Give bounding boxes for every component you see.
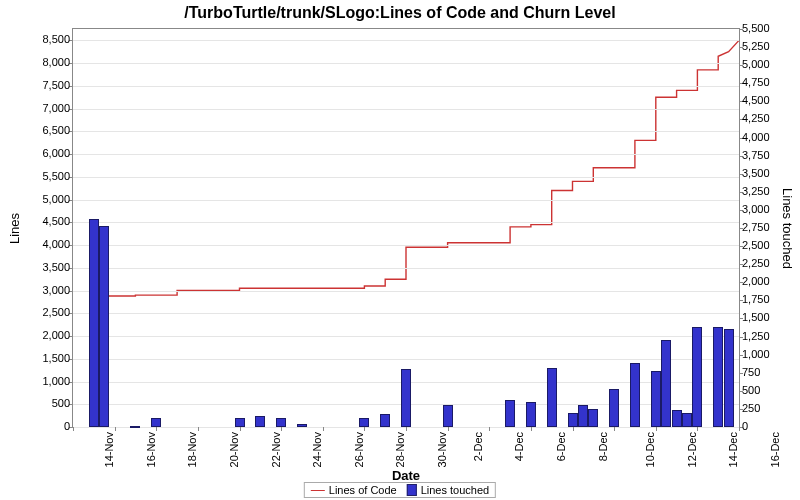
y-right-tick: 3,500 (742, 167, 790, 179)
x-tick: 20-Nov (228, 432, 240, 467)
y-right-tick: 2,750 (742, 221, 790, 233)
y-right-tick: 750 (742, 366, 790, 378)
bar (276, 418, 286, 427)
bar (297, 424, 307, 427)
x-tick: 16-Dec (769, 432, 781, 467)
bar (359, 418, 369, 427)
y-right-tick: 1,000 (742, 348, 790, 360)
x-tick: 26-Nov (353, 432, 365, 467)
bar (588, 409, 598, 427)
y-right-tick: 1,500 (742, 311, 790, 323)
bar (682, 413, 692, 427)
y-left-tick: 1,000 (26, 375, 70, 387)
bar (151, 418, 161, 427)
bar (692, 327, 702, 427)
y-right-tick: 3,750 (742, 149, 790, 161)
legend-label: Lines touched (421, 484, 490, 496)
legend-item-lines-touched: Lines touched (407, 484, 490, 496)
x-tick: 2-Dec (472, 432, 484, 461)
y-left-tick: 4,000 (26, 238, 70, 250)
x-tick: 24-Nov (312, 432, 324, 467)
legend: Lines of Code Lines touched (304, 482, 496, 498)
y-left-tick: 7,000 (26, 102, 70, 114)
y-right-tick: 4,750 (742, 76, 790, 88)
x-tick: 10-Dec (645, 432, 657, 467)
y-left-tick: 500 (26, 397, 70, 409)
y-left-tick: 6,500 (26, 124, 70, 136)
x-tick: 14-Dec (728, 432, 740, 467)
y-left-tick: 1,500 (26, 352, 70, 364)
bar (255, 416, 265, 427)
y-right-tick: 4,250 (742, 112, 790, 124)
y-right-tick: 5,250 (742, 40, 790, 52)
y-left-tick: 3,000 (26, 284, 70, 296)
bar (99, 226, 109, 427)
y-left-tick: 7,500 (26, 79, 70, 91)
y-right-tick: 3,000 (742, 203, 790, 215)
y-right-tick: 5,500 (742, 22, 790, 34)
y-right-tick: 4,000 (742, 131, 790, 143)
x-tick: 28-Nov (395, 432, 407, 467)
y-left-tick: 3,500 (26, 261, 70, 273)
y-right-tick: 4,500 (742, 94, 790, 106)
bar (547, 368, 557, 427)
x-tick: 22-Nov (270, 432, 282, 467)
y-right-tick: 1,750 (742, 293, 790, 305)
bar (443, 405, 453, 427)
y-left-tick: 8,500 (26, 33, 70, 45)
bar (578, 405, 588, 427)
y-left-tick: 6,000 (26, 147, 70, 159)
y-right-tick: 2,500 (742, 239, 790, 251)
plot-area (72, 28, 740, 428)
legend-label: Lines of Code (329, 484, 397, 496)
y-right-tick: 250 (742, 402, 790, 414)
bar (130, 426, 140, 428)
x-tick: 30-Nov (436, 432, 448, 467)
bar (661, 340, 671, 427)
bar (609, 389, 619, 427)
y-left-tick: 2,500 (26, 306, 70, 318)
bar (380, 414, 390, 427)
y-left-tick: 8,000 (26, 56, 70, 68)
x-tick: 16-Nov (145, 432, 157, 467)
bar (505, 400, 515, 427)
y-right-tick: 5,000 (742, 58, 790, 70)
x-tick: 8-Dec (597, 432, 609, 461)
legend-bar-swatch (407, 484, 417, 496)
bar (651, 371, 661, 427)
bar (235, 418, 245, 427)
y-left-tick: 0 (26, 420, 70, 432)
y-right-tick: 2,250 (742, 257, 790, 269)
x-tick: 14-Nov (103, 432, 115, 467)
bar (526, 402, 536, 427)
y-left-tick: 2,000 (26, 329, 70, 341)
legend-item-lines-of-code: Lines of Code (311, 484, 397, 496)
chart-container: /TurboTurtle/trunk/SLogo:Lines of Code a… (0, 0, 800, 500)
bar (724, 329, 734, 427)
y-left-tick: 5,000 (26, 193, 70, 205)
x-tick: 6-Dec (555, 432, 567, 461)
y-right-tick: 2,000 (742, 275, 790, 287)
bar (401, 369, 411, 427)
x-tick: 4-Dec (514, 432, 526, 461)
x-tick: 18-Nov (187, 432, 199, 467)
y-right-tick: 500 (742, 384, 790, 396)
y-right-tick: 0 (742, 420, 790, 432)
y-left-tick: 5,500 (26, 170, 70, 182)
legend-line-swatch (311, 490, 325, 491)
y-right-tick: 1,250 (742, 330, 790, 342)
x-axis-label: Date (72, 468, 740, 483)
bar (89, 219, 99, 427)
y-axis-left-label: Lines (8, 28, 22, 428)
y-left-tick: 4,500 (26, 215, 70, 227)
x-tick: 12-Dec (686, 432, 698, 467)
bar (568, 413, 578, 427)
bar (713, 327, 723, 427)
bar (672, 410, 682, 427)
chart-title: /TurboTurtle/trunk/SLogo:Lines of Code a… (0, 4, 800, 22)
bar (630, 363, 640, 427)
y-right-tick: 3,250 (742, 185, 790, 197)
